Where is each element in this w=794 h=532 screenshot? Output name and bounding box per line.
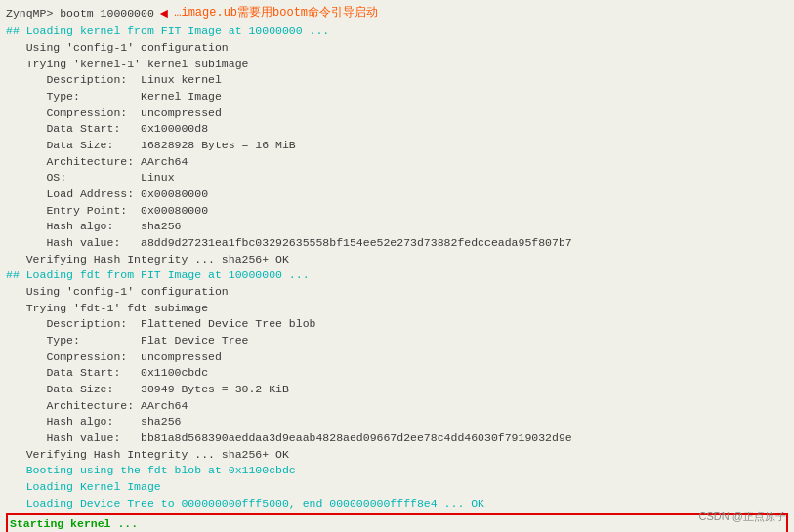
flattened-device-label: Flattened Device: [141, 317, 248, 330]
line-hash-algo: Hash algo: sha256: [6, 219, 788, 235]
line-verify-fdt: Verifying Hash Integrity ... sha256+ OK: [6, 447, 788, 464]
line-fdt-hash-algo: Hash algo: sha256: [6, 414, 788, 430]
line-verify-kernel: Verifying Hash Integrity ... sha256+ OK: [6, 252, 788, 268]
line-hash-value: Hash value: a8dd9d27231ea1fbc03292635558…: [6, 235, 788, 252]
line-loading-device-tree: Loading Device Tree to 000000000fff5000,…: [6, 496, 788, 512]
line-fdt-data-size: Data Size: 30949 Bytes = 30.2 KiB: [6, 382, 788, 398]
line-fdt-hash-value: Hash value: bb81a8d568390aeddaa3d9eaab48…: [6, 430, 788, 447]
line-loading-kernel-img: Loading Kernel Image: [6, 479, 788, 496]
line-type: Type: Kernel Image: [6, 89, 788, 105]
red-arrow-icon: ◄: [160, 4, 168, 23]
watermark: CSDN @正点原子: [699, 510, 786, 524]
line-fdt-data-start: Data Start: 0x1100cbdc: [6, 365, 788, 382]
line-compression: Compression: uncompressed: [6, 105, 788, 122]
kernel-section: Starting kernel ... [ 0.000000] Booting …: [6, 513, 788, 532]
line-fdt-arch: Architecture: AArch64: [6, 398, 788, 415]
line-data-start: Data Start: 0x100000d8: [6, 121, 788, 138]
terminal-content: ZynqMP> bootm 10000000 ◄ …image.ub需要用boo…: [0, 0, 794, 532]
line-description: Description: Linux kernel: [6, 72, 788, 89]
line-fdt-compression: Compression: uncompressed: [6, 349, 788, 366]
annotation-text: …image.ub需要用bootm命令引导启动: [174, 5, 378, 21]
line-fdt-desc: Description: Flattened Device Tree blob: [6, 316, 788, 333]
line-config2: Using 'config-1' configuration: [6, 284, 788, 301]
line-booting-fdt: Booting using the fdt blob at 0x1100cbdc: [6, 463, 788, 479]
load-address-label: Load Address: [46, 187, 127, 200]
line-os: OS: Linux: [6, 170, 788, 186]
line-config: Using 'config-1' configuration: [6, 40, 788, 57]
line-load-fdt: ## Loading fdt from FIT Image at 1000000…: [6, 267, 788, 284]
starting-kernel-line: Starting kernel ...: [10, 516, 784, 532]
line-entry-point: Entry Point: 0x00080000: [6, 203, 788, 220]
prompt-text: ZynqMP> bootm 10000000: [6, 6, 154, 22]
line-fdt-type: Type: Flat Device Tree: [6, 333, 788, 349]
terminal-window: ZynqMP> bootm 10000000 ◄ …image.ub需要用boo…: [0, 0, 794, 532]
line-trying-kernel: Trying 'kernel-1' kernel subimage: [6, 57, 788, 73]
line-load-address: Load Address: 0x00080000: [6, 186, 788, 203]
prompt-line: ZynqMP> bootm 10000000 ◄ …image.ub需要用boo…: [6, 4, 788, 23]
line-trying-fdt: Trying 'fdt-1' fdt subimage: [6, 301, 788, 317]
line-arch: Architecture: AArch64: [6, 154, 788, 171]
line-load-kernel: ## Loading kernel from FIT Image at 1000…: [6, 23, 788, 40]
line-data-size: Data Size: 16828928 Bytes = 16 MiB: [6, 138, 788, 154]
